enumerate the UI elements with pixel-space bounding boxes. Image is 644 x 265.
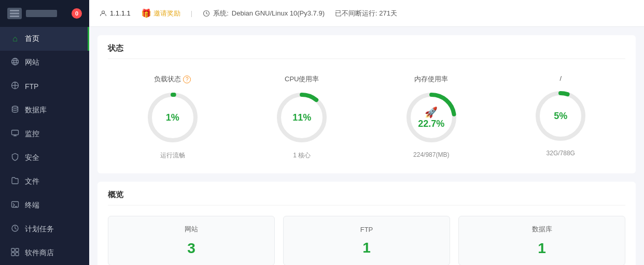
svg-rect-19 <box>11 253 15 256</box>
gauge-sublabel-memory: 224/987(MB) <box>413 151 449 158</box>
topbar-system: 系统: Debian GNU/Linux 10(Py3.7.9) <box>203 9 325 18</box>
system-prefix: 系统: <box>213 9 229 18</box>
invite-label: 邀请奖励 <box>153 9 180 18</box>
sidebar-item-label: 计划任务 <box>25 225 54 234</box>
svg-rect-0 <box>10 10 19 11</box>
gauge-disk: / 5% 32G/788G <box>519 75 602 157</box>
svg-rect-18 <box>16 248 19 252</box>
gauge-label-load: 负载状态 ? <box>154 75 191 84</box>
cron-icon <box>10 224 20 234</box>
sidebar-item-database[interactable]: 数据库 <box>0 98 89 122</box>
svg-rect-2 <box>10 16 19 17</box>
sidebar-item-files[interactable]: 文件 <box>0 170 89 194</box>
gauges-row: 负载状态 ? 1% 运行流畅 CPU使用率 <box>108 69 625 165</box>
overview-title: 概览 <box>108 190 625 205</box>
overview-card-websites: 网站 3 <box>108 216 275 265</box>
overview-cards: 网站 3 FTP 1 数据库 1 <box>108 216 625 265</box>
topbar: 1.1.1.1 🎁 邀请奖励 | 系统: Debian GNU/Linux 10… <box>89 0 644 27</box>
sidebar-item-store[interactable]: 软件商店 <box>0 241 89 265</box>
user-icon <box>100 10 107 17</box>
database-icon <box>10 105 20 115</box>
sidebar-item-label: 终端 <box>25 201 39 210</box>
svg-point-3 <box>12 58 19 65</box>
gauge-value-cpu: 11% <box>292 112 311 123</box>
gauge-sublabel-cpu: 1 核心 <box>293 151 311 160</box>
overview-section: 概览 网站 3 FTP 1 数据库 1 <box>97 182 636 265</box>
divider-1: | <box>191 9 192 17</box>
logo-icon <box>7 8 22 19</box>
sidebar-item-label: 网站 <box>25 58 39 67</box>
sidebar-item-security[interactable]: 安全 <box>0 146 89 170</box>
sidebar-item-home[interactable]: ⌂ 首页 <box>0 27 89 51</box>
uptime-value: 271天 <box>379 9 397 17</box>
topbar-user: 1.1.1.1 <box>100 9 131 17</box>
notification-badge[interactable]: 0 <box>72 8 82 19</box>
sidebar-nav: ⌂ 首页 网站 FTP 数据库 监控 <box>0 27 89 265</box>
topbar-invite[interactable]: 🎁 邀请奖励 <box>141 8 180 18</box>
monitor-icon <box>10 129 20 139</box>
home-icon: ⌂ <box>10 34 20 43</box>
gauge-circle-memory: 🚀 22.7% <box>403 89 460 146</box>
files-icon <box>10 176 20 187</box>
clock-icon <box>203 10 210 17</box>
sidebar-item-label: 软件商店 <box>25 248 54 258</box>
logo-text <box>26 10 57 17</box>
status-title: 状态 <box>108 43 625 59</box>
overview-card-value-database: 1 <box>538 240 546 257</box>
gift-icon: 🎁 <box>141 8 151 18</box>
sidebar-item-terminal[interactable]: 终端 <box>0 194 89 217</box>
sidebar-item-label: 首页 <box>25 34 39 43</box>
gauge-value-memory: 🚀 22.7% <box>418 106 444 129</box>
svg-point-4 <box>14 58 17 65</box>
gauge-circle-disk: 5% <box>532 87 589 144</box>
overview-card-label-ftp: FTP <box>360 226 373 233</box>
svg-rect-1 <box>10 13 19 14</box>
gauge-value-disk: 5% <box>554 111 567 122</box>
gauge-value-load: 1% <box>166 112 179 123</box>
gauge-circle-load: 1% <box>144 89 201 146</box>
gauge-sublabel-load: 运行流畅 <box>160 151 185 160</box>
store-icon <box>10 248 20 258</box>
sidebar-item-label: 监控 <box>25 129 39 139</box>
overview-card-value-ftp: 1 <box>362 240 371 256</box>
overview-card-database: 数据库 1 <box>458 216 625 265</box>
sidebar-item-label: FTP <box>25 82 38 91</box>
gauge-memory: 内存使用率 🚀 22.7% 224/987(MB) <box>390 75 473 158</box>
sidebar-item-ftp[interactable]: FTP <box>0 75 89 98</box>
overview-card-value-websites: 3 <box>187 240 195 257</box>
svg-rect-20 <box>16 253 19 256</box>
overview-card-ftp: FTP 1 <box>283 216 450 265</box>
gauge-load: 负载状态 ? 1% 运行流畅 <box>131 75 214 160</box>
sidebar-item-label: 安全 <box>25 153 39 163</box>
sidebar-item-label: 文件 <box>25 177 39 186</box>
sidebar-item-label: 数据库 <box>25 106 47 115</box>
ftp-icon <box>10 81 20 92</box>
terminal-icon <box>10 200 20 211</box>
uptime-prefix: 已不间断运行: <box>335 9 379 17</box>
svg-rect-17 <box>11 248 15 252</box>
gauge-sublabel-disk: 32G/788G <box>547 150 575 157</box>
gauge-circle-cpu: 11% <box>273 89 330 146</box>
security-icon <box>10 153 20 163</box>
gauge-label-memory: 内存使用率 <box>414 75 448 84</box>
svg-point-10 <box>12 106 18 108</box>
topbar-uptime: 已不间断运行: 271天 <box>335 9 397 18</box>
topbar-username: 1.1.1.1 <box>110 9 131 17</box>
rocket-icon: 🚀 <box>425 106 438 119</box>
gauge-cpu: CPU使用率 11% 1 核心 <box>260 75 343 160</box>
sidebar-item-website[interactable]: 网站 <box>0 51 89 75</box>
overview-card-label-websites: 网站 <box>185 225 198 234</box>
svg-rect-11 <box>12 130 19 135</box>
gauge-label-cpu: CPU使用率 <box>285 75 319 84</box>
content-area: 状态 负载状态 ? 1% 运行流畅 CPU使用率 <box>89 27 644 265</box>
overview-card-label-database: 数据库 <box>532 225 552 234</box>
sidebar: 0 ⌂ 首页 网站 FTP 数据库 监控 <box>0 0 89 265</box>
question-icon-load[interactable]: ? <box>183 76 191 83</box>
sidebar-item-monitor[interactable]: 监控 <box>0 122 89 146</box>
sidebar-logo <box>7 8 57 19</box>
sidebar-item-cron[interactable]: 计划任务 <box>0 217 89 241</box>
main-content: 1.1.1.1 🎁 邀请奖励 | 系统: Debian GNU/Linux 10… <box>89 0 644 265</box>
status-section: 状态 负载状态 ? 1% 运行流畅 CPU使用率 <box>97 35 636 173</box>
svg-point-21 <box>102 11 105 13</box>
system-value: Debian GNU/Linux 10(Py3.7.9) <box>232 9 325 17</box>
